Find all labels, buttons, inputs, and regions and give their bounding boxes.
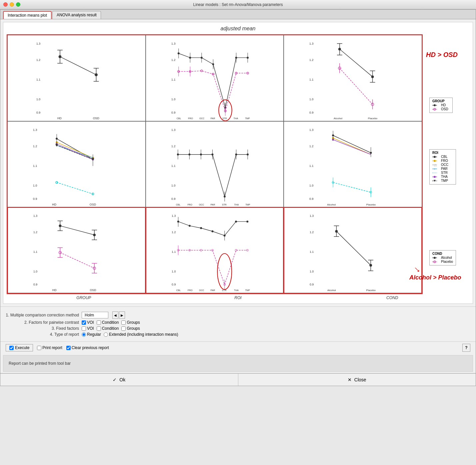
svg-point-224 [434, 176, 436, 178]
svg-line-66 [340, 49, 373, 77]
svg-text:1.1: 1.1 [310, 250, 314, 253]
print-report-checkbox[interactable]: Print report [37, 345, 62, 350]
checkbox-voi-pairwise-label: VOI [87, 320, 94, 325]
checkbox-voi-fixed-input[interactable] [82, 326, 86, 331]
svg-text:0.9: 0.9 [309, 111, 313, 114]
checkbox-voi-pairwise-input[interactable] [82, 320, 86, 325]
svg-text:0.9: 0.9 [309, 197, 313, 201]
bottom-action-bar: ✓ Ok ✕ Close [0, 373, 476, 386]
x-label-group: GROUP [7, 295, 161, 300]
svg-line-13 [60, 57, 96, 75]
correction-method-dropdown[interactable]: Holm [82, 312, 108, 318]
legend-roi-cbl: CBL [432, 155, 453, 159]
svg-text:1.2: 1.2 [309, 145, 313, 148]
clear-report-label: Clear previous report [72, 345, 109, 350]
svg-text:+: + [434, 167, 436, 171]
svg-text:FRO: FRO [187, 203, 192, 206]
svg-text:1.2: 1.2 [172, 231, 176, 234]
legend-roi-occ: △ OCC [432, 163, 453, 167]
svg-text:0.9: 0.9 [171, 111, 175, 114]
svg-text:FRO: FRO [188, 289, 192, 291]
legend-group: GROUP HD OSD [429, 98, 453, 113]
clear-report-input[interactable] [66, 346, 71, 350]
svg-point-34 [247, 57, 249, 59]
svg-text:Alcohol: Alcohol [334, 117, 342, 120]
radio-extended[interactable]: Extended (including interaction means) [104, 332, 178, 337]
checkbox-voi-fixed-label: VOI [87, 326, 94, 331]
svg-text:1.1: 1.1 [309, 164, 313, 168]
svg-text:HD: HD [52, 203, 56, 206]
svg-text:THA: THA [234, 203, 239, 206]
checkbox-voi-pairwise[interactable]: VOI [82, 320, 94, 325]
tab-interaction-means[interactable]: Interaction means plot [3, 11, 52, 19]
svg-text:PAR: PAR [210, 289, 215, 291]
execute-button[interactable]: Execute [6, 344, 33, 351]
clear-report-checkbox[interactable]: Clear previous report [66, 345, 109, 350]
annotation-hd-osd: HD > OSD [426, 51, 458, 59]
plot-cell-r3c2: 1.3 1.2 1.1 1.0 0.9 [146, 207, 284, 293]
help-button[interactable]: ? [462, 344, 470, 352]
radio-regular[interactable]: Regular [82, 332, 101, 337]
svg-text:OCC: OCC [199, 289, 204, 291]
svg-text:Placebo: Placebo [366, 203, 376, 206]
radio-extended-input[interactable] [104, 332, 108, 337]
close-label: Close [354, 377, 366, 382]
svg-line-207 [337, 232, 371, 265]
control-value-3: VOI Condition Groups [82, 326, 140, 331]
svg-text:0.9: 0.9 [36, 111, 40, 114]
control-label-3: 3. Fixed factors [6, 326, 79, 331]
svg-text:0.9: 0.9 [171, 197, 175, 201]
plot-grid: 1.3 1.2 1.1 1.0 0.9 [7, 34, 423, 294]
checkbox-condition-fixed[interactable]: Condition [97, 326, 119, 331]
svg-text:1.1: 1.1 [171, 78, 175, 81]
legend-group-hd: HD [432, 103, 450, 107]
radio-extended-label: Extended (including interaction means) [109, 332, 178, 337]
x-group-labels: GROUP ROI COND [7, 295, 469, 300]
legend-roi-str: STR [432, 171, 453, 175]
svg-point-169 [189, 225, 191, 227]
svg-text:1.2: 1.2 [36, 58, 40, 62]
close-button-action[interactable]: ✕ Close [238, 373, 476, 386]
checkbox-groups-pairwise-label: Groups [127, 320, 140, 325]
legend-roi: ROI CBL FRO △ OCC [429, 149, 456, 185]
svg-text:STR: STR [222, 203, 227, 206]
checkbox-groups-fixed-input[interactable] [121, 326, 126, 331]
svg-text:0.9: 0.9 [172, 283, 176, 286]
svg-text:1.3: 1.3 [172, 215, 176, 218]
svg-text:Placebo: Placebo [368, 117, 378, 120]
checkbox-groups-pairwise[interactable]: Groups [121, 320, 140, 325]
radio-regular-input[interactable] [82, 332, 86, 337]
ok-button[interactable]: ✓ Ok [0, 373, 238, 386]
plot-cell-r3c1: 1.3 1.2 1.1 1.0 0.9 [7, 207, 146, 293]
checkbox-condition-pairwise-label: Condition [102, 320, 119, 325]
legend-osd-label: OSD [441, 107, 448, 111]
svg-text:Placebo: Placebo [366, 289, 376, 292]
svg-text:△: △ [434, 163, 437, 167]
maximize-button[interactable] [16, 2, 20, 7]
checkbox-voi-fixed[interactable]: VOI [82, 326, 94, 331]
svg-point-173 [235, 221, 237, 223]
close-button[interactable] [3, 2, 8, 7]
nav-arrow-left[interactable]: ◀ [112, 311, 118, 319]
checkbox-condition-pairwise[interactable]: Condition [97, 320, 119, 325]
plot-title: adjusted mean [7, 26, 469, 32]
svg-text:1.0: 1.0 [33, 270, 37, 273]
execute-checkbox[interactable] [9, 346, 14, 350]
ok-icon: ✓ [113, 377, 117, 382]
checkbox-groups-fixed[interactable]: Groups [121, 326, 140, 331]
checkbox-condition-fixed-input[interactable] [97, 326, 101, 331]
tab-bar: Interaction means plot ANOVA analysis re… [0, 10, 476, 19]
svg-text:FRO: FRO [188, 117, 193, 120]
legend-group-title: GROUP [432, 99, 450, 103]
checkbox-groups-pairwise-input[interactable] [121, 320, 126, 325]
svg-text:1.1: 1.1 [33, 250, 37, 253]
title-bar: Linear models : Set rm-Anova/Manova para… [0, 0, 476, 9]
svg-text:1.3: 1.3 [310, 215, 314, 218]
print-report-input[interactable] [37, 346, 41, 350]
tab-anova-result[interactable]: ANOVA analysis result [52, 11, 101, 19]
minimize-button[interactable] [10, 2, 14, 7]
svg-point-30 [201, 57, 203, 59]
checkbox-condition-pairwise-input[interactable] [97, 320, 101, 325]
svg-text:OSD: OSD [93, 117, 99, 120]
nav-arrow-right[interactable]: ▶ [119, 311, 125, 319]
